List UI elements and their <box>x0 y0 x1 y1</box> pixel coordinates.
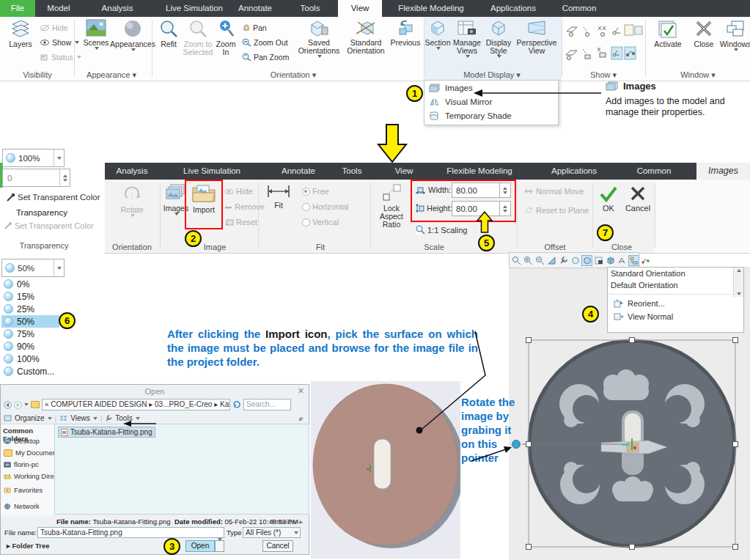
transparency-combo-50[interactable]: 50% <box>1 259 65 277</box>
transparency-option[interactable]: 15% <box>1 290 59 303</box>
transparency-option[interactable]: 90% <box>1 340 59 353</box>
transparency-option[interactable]: 25% <box>1 303 59 315</box>
r2-tab-applications[interactable]: Applications <box>551 163 597 180</box>
sidebar-item-favorites[interactable]: Favorites <box>4 486 43 494</box>
r2-tab-tools[interactable]: Tools <box>342 163 362 180</box>
one-to-one-scaling-button[interactable]: 1:1 Scaling <box>415 224 467 236</box>
zoom-in-button[interactable]: Zoom In <box>214 19 238 67</box>
refresh-icon[interactable] <box>232 400 241 409</box>
menu-item-temporary-shade[interactable]: Temporary Shade <box>424 108 558 122</box>
show-button[interactable]: Show <box>40 37 79 48</box>
section-button[interactable]: Section <box>425 19 450 67</box>
transparency-option-selected[interactable]: 50% <box>1 315 59 328</box>
transparency-option[interactable]: 100% <box>1 353 59 365</box>
r2-tab-live-simulation[interactable]: Live Simulation <box>183 163 240 180</box>
image-hide-button[interactable]: Hide <box>224 185 253 197</box>
combo-dropdown-button[interactable] <box>54 150 64 166</box>
open-button[interactable]: Open <box>185 540 215 552</box>
pan-zoom-button[interactable]: Pan Zoom <box>242 51 289 63</box>
menu-item-visual-mirror[interactable]: Visual Mirror <box>424 95 558 108</box>
gt-repaint-icon[interactable] <box>546 255 557 266</box>
fit-horizontal-radio[interactable]: Horizontal <box>302 201 349 213</box>
open-caret-button[interactable] <box>215 540 224 552</box>
image-remove-button[interactable]: Remove <box>224 201 265 213</box>
appearances-button[interactable]: Appearances <box>114 19 152 67</box>
filename-input[interactable]: Tsuba-Katana-Fitting.png <box>37 527 224 538</box>
nav-forward-icon[interactable] <box>14 401 22 409</box>
sidebar-item-florin-pc[interactable]: florin-pc <box>4 460 39 468</box>
r2-tab-common[interactable]: Common <box>637 163 672 180</box>
tab-flexible-modeling[interactable]: Flexible Modeling <box>398 0 464 17</box>
combo-dropdown-button[interactable] <box>54 259 64 276</box>
tab-common[interactable]: Common <box>562 0 597 17</box>
tab-annotate[interactable]: Annotate <box>238 0 272 17</box>
close-button[interactable]: Close <box>688 19 720 67</box>
r2-tab-analysis[interactable]: Analysis <box>117 163 148 180</box>
windows-button[interactable]: Windows <box>721 19 749 67</box>
image-reset-button[interactable]: Reset <box>224 216 257 228</box>
standard-orientation-button[interactable]: Standard Orientation <box>343 19 389 67</box>
transparency-combo-100[interactable]: 100% <box>2 149 65 167</box>
type-dropdown[interactable]: All Files (*) <box>243 527 301 538</box>
fit-vertical-radio[interactable]: Vertical <box>302 216 339 228</box>
gt-model-tree-icon[interactable] <box>628 255 639 266</box>
sidebar-item-desktop[interactable]: Desktop <box>4 437 40 445</box>
menu-item-images[interactable]: Images <box>424 81 558 95</box>
hide-button[interactable]: Hide <box>40 22 68 34</box>
nav-back-icon[interactable] <box>4 401 12 409</box>
fit-button[interactable]: Fit <box>262 183 295 232</box>
orientation-option-default[interactable]: Default Orientation <box>611 281 678 290</box>
breadcrumb[interactable]: « COMPUTER AIDED DESIGN ▸ 03...PRO_E-Cre… <box>42 399 230 410</box>
set-transparent-color-button[interactable]: Set Transparent Color <box>6 191 100 203</box>
r2-tab-images-contextual[interactable]: Images <box>696 163 750 180</box>
sidebar-item-network[interactable]: Network <box>4 502 40 510</box>
lock-aspect-ratio-button[interactable]: Lock Aspect Ratio <box>372 183 411 232</box>
transparency-option[interactable]: Custom... <box>1 365 59 377</box>
model-viewport[interactable] <box>311 381 460 559</box>
layers-button[interactable]: Layers <box>4 19 37 67</box>
reset-to-plane-button[interactable]: Reset to Plane <box>523 205 589 216</box>
r2-tab-view[interactable]: View <box>395 163 413 180</box>
normal-move-button[interactable]: Normal Move <box>523 185 584 197</box>
nav-history-caret-icon[interactable] <box>24 403 29 406</box>
cancel-button[interactable]: Cancel <box>623 185 652 233</box>
organize-button[interactable]: Organize <box>15 414 45 422</box>
orientation-option-standard[interactable]: Standard Orientation <box>611 269 685 278</box>
saved-orientations-button[interactable]: Saved Orientations <box>296 19 342 67</box>
gt-saved-orientations-icon[interactable] <box>581 255 592 266</box>
dialog-close-icon[interactable]: ✕ <box>298 386 304 396</box>
folder-tree-toggle[interactable]: ▸ Folder Tree <box>7 542 50 550</box>
transparency-option[interactable]: 0% <box>1 278 59 290</box>
gt-view-manager-icon[interactable] <box>593 255 604 266</box>
r2-tab-annotate[interactable]: Annotate <box>282 163 315 180</box>
scenes-button[interactable]: Scenes <box>79 19 113 67</box>
view-normal-button[interactable]: View Normal <box>608 309 743 321</box>
gt-annotations-icon[interactable] <box>617 255 628 266</box>
preview-toggle[interactable]: Preview <box>272 517 303 526</box>
zoom-to-selected-button[interactable]: Zoom to Selected <box>183 19 213 67</box>
zoom-out-button[interactable]: Zoom Out <box>242 37 288 48</box>
transparency-option[interactable]: 75% <box>1 328 59 340</box>
gt-zoom-out-icon[interactable] <box>534 255 545 266</box>
tab-live-simulation[interactable]: Live Simulation <box>166 0 223 17</box>
fit-free-radio[interactable]: Free <box>302 185 329 197</box>
tab-file[interactable]: File <box>0 0 35 17</box>
sidebar-item-my-documents[interactable]: My Documents <box>4 449 62 457</box>
gt-datum-display-icon[interactable] <box>640 255 651 266</box>
activate-button[interactable]: Activate <box>650 19 686 67</box>
gt-display-style-icon[interactable] <box>605 255 616 266</box>
gt-zoom-in-icon[interactable] <box>523 255 534 266</box>
dialog-cancel-button[interactable]: Cancel <box>262 540 293 552</box>
tab-tools[interactable]: Tools <box>301 0 320 17</box>
display-style-button[interactable]: Display Style <box>483 19 514 67</box>
search-input[interactable]: Search... <box>243 399 291 410</box>
pan-button[interactable]: Pan <box>242 22 267 34</box>
status-button[interactable]: Status <box>40 51 81 63</box>
transparency-spinner[interactable]: 0 <box>2 169 70 187</box>
tab-view-active[interactable]: View <box>338 0 382 17</box>
file-item-selected[interactable]: Tsuba-Katana-Fitting.png <box>58 427 155 438</box>
orientation-list-scrollbar[interactable] <box>733 268 743 297</box>
dialog-file-area[interactable]: Tsuba-Katana-Fitting.png <box>54 424 309 515</box>
spinner-arrows[interactable] <box>59 169 70 186</box>
tab-model[interactable]: Model <box>47 0 70 17</box>
